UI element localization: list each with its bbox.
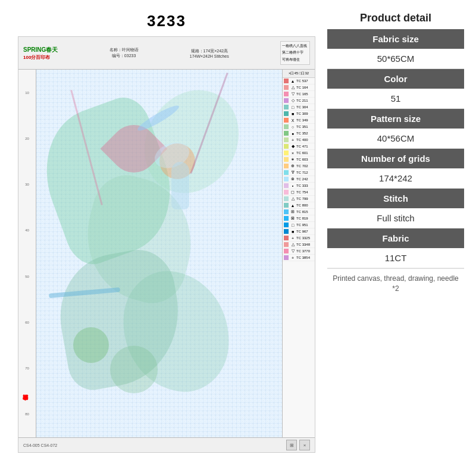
color-value: 51 <box>327 89 464 109</box>
legend-item: ◇TC 211 <box>283 98 315 104</box>
legend-item: ○TC 351 <box>283 124 315 130</box>
legend-item: △TC 3348 <box>283 242 315 248</box>
ruler-mark: 40 <box>25 228 29 232</box>
legend-item: △TC 164 <box>283 84 315 91</box>
fairy-scene <box>36 70 282 437</box>
pattern-image: SPRING春天 100分百印布 名称：叶间物语 编号：03233 规格：174… <box>18 36 315 453</box>
color-legend: ×口45 □口32 ▲TC 537 △TC 164 ▽TC 165 ◇TC 21… <box>282 70 315 452</box>
ruler-mark: 80 <box>25 412 29 416</box>
product-number: 3233 <box>147 12 186 30</box>
ruler-mark: 10 <box>25 91 29 95</box>
legend-item: ∗TC 603 <box>283 156 315 163</box>
ruler-mark: 70 <box>25 367 29 370</box>
bottom-info: CS4-005 CS4-072 <box>23 443 57 447</box>
stitch-header: Stitch <box>327 189 464 208</box>
number-of-grids-value: 174*242 <box>327 168 464 189</box>
legend-item: ⊠TC 819 <box>283 215 315 222</box>
pattern-size-value: 40*56CM <box>327 129 464 149</box>
legend-item: ⊞TC 815 <box>283 209 315 215</box>
legend-item: ●TC 352 <box>283 130 315 137</box>
legend-item: ▽TC 165 <box>283 91 315 98</box>
legend-item: ∇TC 712 <box>283 170 315 176</box>
legend-item: ■TC 967 <box>283 228 315 235</box>
legend-item: ■TC 309 <box>283 111 315 117</box>
fabric-value: 11CT <box>327 248 464 268</box>
color-header: Color <box>327 69 464 89</box>
icon-box: × <box>299 440 310 450</box>
pattern-header: SPRING春天 100分百印布 名称：叶间物语 编号：03233 规格：174… <box>18 37 315 70</box>
pattern-spec: 规格：174宽×242高 174W×242H Stitches <box>190 48 229 58</box>
icon-box: ⊞ <box>286 440 297 450</box>
legend-item: +TC 3854 <box>283 255 315 261</box>
legend-item: □TC 304 <box>283 104 315 111</box>
legend-item: +TC 400 <box>283 137 315 143</box>
legend-item: ▲TC 537 <box>283 78 315 84</box>
red-warning-text: 绣前请勿沾水！ <box>21 399 29 405</box>
fabric-size-value: 50*65CM <box>327 49 464 69</box>
legend-item: ▽TC 3770 <box>283 248 315 255</box>
legend-item: +TC 3325 <box>283 235 315 242</box>
pattern-size-header: Pattern size <box>327 109 464 129</box>
right-panel: Product detail Fabric size 50*65CM Color… <box>327 12 464 464</box>
ruler-mark: 30 <box>25 183 29 186</box>
svg-rect-2 <box>36 70 282 437</box>
legend-item: ▲TC 800 <box>283 202 315 209</box>
legend-item: ▪TC 333 <box>283 183 315 189</box>
art-area <box>36 70 282 437</box>
stitch-overlay <box>36 70 282 437</box>
stitch-value: Full stitch <box>327 208 464 228</box>
legend-item: ⊕TC 702 <box>283 163 315 170</box>
legend-item: □TC 951 <box>283 222 315 228</box>
bottom-icons: ⊞ × <box>286 440 310 450</box>
ruler-mark: 60 <box>25 321 29 324</box>
legend-item: XTC 349 <box>283 117 315 124</box>
fabric-header: Fabric <box>327 228 464 248</box>
legend-item: ×TC 601 <box>283 150 315 156</box>
legend-item: ◆TC 471 <box>283 143 315 150</box>
legend-item: △TC 799 <box>283 196 315 202</box>
brand-spring: SPRING春天 <box>23 46 58 54</box>
product-detail-title: Product detail <box>327 12 464 24</box>
number-of-grids-header: Number of grids <box>327 149 464 168</box>
left-ruler: 10 20 30 40 50 60 70 80 <box>18 70 36 437</box>
brand-baifen: 100分百印布 <box>23 54 58 61</box>
legend-item: ◻TC 754 <box>283 189 315 196</box>
product-note: Printed canvas, thread, drawing, needle … <box>327 268 464 299</box>
pattern-info: 名称：叶间物语 编号：03233 <box>109 47 139 59</box>
ruler-mark: 50 <box>25 275 29 278</box>
bottom-strip: CS4-005 CS4-072 ⊞ × <box>18 437 315 452</box>
left-panel: 3233 SPRING春天 100分百印布 名称：叶间物语 编号：03233 规… <box>12 12 321 464</box>
ruler-mark: 20 <box>25 137 29 140</box>
legend-item: ⊗TC 242 <box>283 176 315 183</box>
fabric-size-header: Fabric size <box>327 29 464 49</box>
stitch-legend-mini: 一格绣八八直线 第二格绣十字 可将布缝住 <box>280 41 310 65</box>
legend-header: ×口45 □口32 <box>283 70 315 78</box>
